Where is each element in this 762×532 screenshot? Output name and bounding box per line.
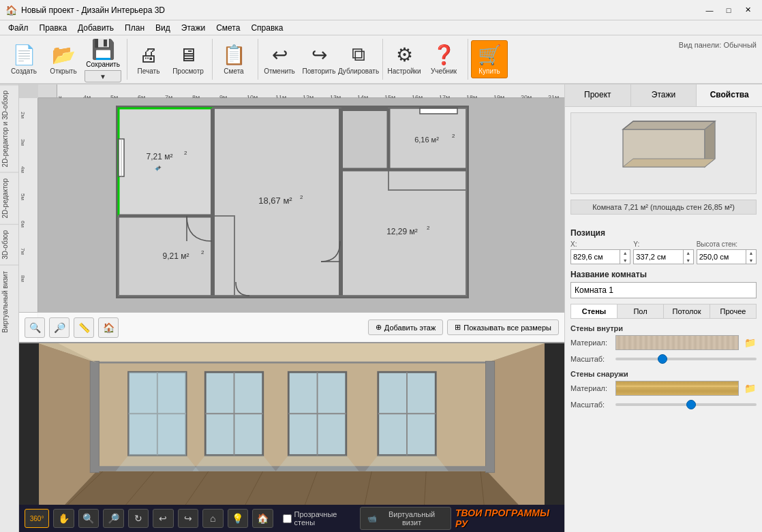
tutorial-icon: ❓ [432,44,456,66]
sidebar-2d-3d[interactable]: 2D-редактор и 3D-обзор [0,84,18,172]
mat-tab-other[interactable]: Прочее [710,304,756,318]
menu-plan[interactable]: План [119,22,150,34]
walls-outside-slider[interactable] [615,399,757,410]
svg-rect-1 [119,108,213,216]
tab-properties[interactable]: Свойства [697,84,762,106]
toolbar-group-print: 🖨 Печать 🖥 Просмотр [130,39,213,80]
height-field: Высота стен: ▲ ▼ [697,240,757,264]
menu-view[interactable]: Вид [150,22,176,34]
zoom-in-3d-button[interactable]: 🔎 [103,509,123,528]
svg-marker-66 [623,121,715,129]
show-sizes-button[interactable]: ⊞ Показывать все размеры [447,319,559,335]
measure-button[interactable]: 📏 [74,317,94,338]
y-up[interactable]: ▲ [684,249,693,257]
transparent-walls-label: Прозрачные стены [294,510,356,527]
menu-bar: Файл Правка Добавить План Вид Этажи Смет… [0,20,762,35]
y-spinner: ▲ ▼ [683,249,693,264]
walls-outside-thumb[interactable] [686,400,696,409]
save-button[interactable]: 💾 Сохранить [85,36,121,70]
ruler-v-mark: 7м [20,248,26,255]
ruler-v-mark: 4м [20,166,26,173]
print-button[interactable]: 🖨 Печать [130,40,167,78]
menu-estimate[interactable]: Смета [211,22,245,34]
sidebar-3d[interactable]: 3D-обзор [0,224,18,265]
x-input[interactable] [571,253,620,261]
sidebar-2d[interactable]: 2D-редактор [0,172,18,224]
mat-tab-ceiling[interactable]: Потолок [664,304,710,318]
home-3d-button[interactable]: 🏠 [252,509,273,528]
settings-button[interactable]: ⚙ Настройки [386,40,423,78]
mat-tab-walls[interactable]: Стены [571,304,618,318]
svg-marker-64 [365,455,448,471]
walls-inside-folder-button[interactable]: 📁 [743,336,757,349]
y-input[interactable] [634,253,682,261]
save-dropdown[interactable]: ▼ [85,70,121,82]
svg-marker-61 [116,455,199,471]
minimize-button[interactable]: — [701,3,718,17]
zoom-out-button[interactable]: 🔍 [25,317,45,338]
redo-icon: ↪ [311,44,327,66]
y-down[interactable]: ▼ [684,257,693,264]
toolbar-group-buy: 🛒 Купить [471,39,513,80]
svg-text:18,67 м²: 18,67 м² [258,195,292,206]
light-button[interactable]: 💡 [228,509,248,528]
x-down[interactable]: ▼ [620,257,630,264]
zoom-in-button[interactable]: 🔎 [49,317,70,338]
add-floor-button[interactable]: ⊕ Добавить этаж [368,319,443,335]
pan-button[interactable]: ✋ [53,509,74,528]
height-up[interactable]: ▲ [746,249,756,257]
tab-floors[interactable]: Этажи [631,84,697,106]
maximize-button[interactable]: □ [720,3,737,17]
menu-add[interactable]: Добавить [72,22,119,34]
menu-file[interactable]: Файл [3,22,34,34]
zoom-out-3d-button[interactable]: 🔍 [78,509,99,528]
walls-outside-material-preview[interactable] [615,381,739,396]
x-field: X: ▲ ▼ [570,240,630,264]
home-button[interactable]: 🏠 [98,317,119,338]
360-view-button[interactable]: 360° [25,509,49,528]
rotate-button[interactable]: ↻ [128,509,149,528]
reset-3d-button[interactable]: ⌂ [202,509,223,528]
transparent-walls-input[interactable] [283,514,292,523]
mat-tab-floor[interactable]: Пол [618,304,664,318]
virtual-visit-button[interactable]: 📹 Виртуальный визит [360,507,451,530]
height-input[interactable] [697,253,746,261]
redo-button[interactable]: ↪ Повторить [301,40,337,78]
right-panel-tabs: Проект Этажи Свойства [565,84,762,107]
orbit-right-button[interactable]: ↪ [178,509,198,528]
menu-help[interactable]: Справка [245,22,288,34]
redo-label: Повторить [303,67,336,75]
walls-inside-material-row: Материал: 📁 [570,335,757,350]
height-down[interactable]: ▼ [746,257,756,264]
menu-edit[interactable]: Правка [34,22,73,34]
orbit-left-button[interactable]: ↩ [153,509,173,528]
tutorial-button[interactable]: ❓ Учебник [425,40,462,78]
room-name-input[interactable] [570,282,757,298]
undo-label: Отменить [264,67,295,75]
estimate-button[interactable]: 📋 Смета [215,40,252,78]
editor-2d: ч 4м 5м 6м 7м 8м 9м 10м 11м 12м 13м 14м … [19,84,564,343]
walls-inside-material-preview[interactable] [615,335,739,350]
preview-button[interactable]: 🖥 Просмотр [170,40,207,78]
buy-button[interactable]: 🛒 Купить [471,40,508,78]
walls-inside-slider[interactable] [615,354,757,364]
duplicate-button[interactable]: ⧉ Дублировать [340,40,377,78]
walls-inside-thumb[interactable] [658,354,667,364]
x-input-container: ▲ ▼ [570,249,630,264]
close-button[interactable]: ✕ [739,3,757,17]
create-button[interactable]: 📄 Создать [5,40,42,78]
save-label: Сохранить [86,61,120,68]
tab-project[interactable]: Проект [565,84,631,106]
menu-floors[interactable]: Этажи [176,22,211,34]
open-button[interactable]: 📂 Открыть [45,40,82,78]
transparent-walls-checkbox[interactable]: Прозрачные стены [283,510,356,527]
position-header: Позиция [570,228,757,238]
x-up[interactable]: ▲ [620,249,630,257]
walls-outside-folder-button[interactable]: 📁 [743,381,757,395]
brand-logo: ТВОИ ПРОГРАММЫ РУ [455,507,559,529]
undo-button[interactable]: ↩ Отменить [261,40,298,78]
floor-plan[interactable]: 7,21 м² ✦ 18,67 м² 12,29 м² 6,16 м² 9,21… [38,98,564,312]
center-area: ч 4м 5м 6м 7м 8м 9м 10м 11м 12м 13м 14м … [19,84,564,532]
sidebar-virtual-visit[interactable]: Виртуальный визит [0,265,18,339]
svg-text:7,21 м²: 7,21 м² [147,152,173,161]
